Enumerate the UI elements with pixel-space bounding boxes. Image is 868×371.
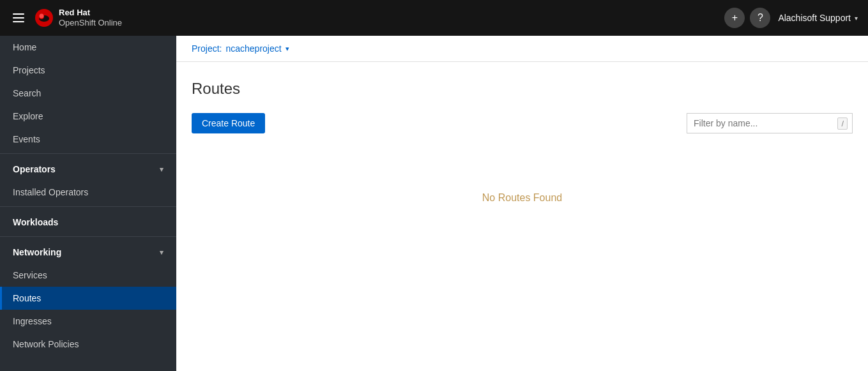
- sidebar-item-network-policies[interactable]: Network Policies: [0, 333, 176, 356]
- sidebar-section-networking[interactable]: Networking ▾: [0, 239, 176, 264]
- filter-shortcut-badge: /: [837, 117, 848, 130]
- filter-input[interactable]: [687, 113, 853, 133]
- sidebar-workloads-label: Workloads: [13, 217, 58, 227]
- page-title: Routes: [192, 80, 853, 98]
- topnav-icons: + ?: [724, 8, 770, 28]
- sidebar-divider-1: [0, 153, 176, 154]
- sidebar: Home Projects Search Explore Events Oper…: [0, 36, 176, 371]
- sidebar-search-label: Search: [13, 88, 41, 98]
- sidebar-events-label: Events: [13, 134, 40, 144]
- top-navigation: Red Hat OpenShift Online + ? Alachisoft …: [0, 0, 868, 36]
- filter-wrapper: /: [687, 113, 853, 133]
- sidebar-section-workloads[interactable]: Workloads: [0, 209, 176, 234]
- networking-chevron-icon: ▾: [160, 248, 164, 257]
- main-content: Project: ncacheproject ▾ Routes Create R…: [176, 36, 868, 371]
- project-name[interactable]: ncacheproject: [225, 43, 281, 54]
- sidebar-routes-label: Routes: [13, 293, 41, 303]
- sidebar-item-events[interactable]: Events: [0, 128, 176, 151]
- create-route-button[interactable]: Create Route: [192, 113, 265, 133]
- user-chevron-icon: ▾: [855, 15, 858, 22]
- project-prefix: Project:: [192, 43, 222, 54]
- redhat-logo-icon: [34, 8, 54, 27]
- user-label: Alachisoft Support: [778, 13, 851, 23]
- page-toolbar: Create Route /: [192, 113, 853, 133]
- hamburger-menu[interactable]: [10, 11, 27, 25]
- project-bar: Project: ncacheproject ▾: [176, 36, 868, 62]
- empty-state: No Routes Found: [192, 154, 853, 242]
- sidebar-item-search[interactable]: Search: [0, 82, 176, 105]
- sidebar-item-services[interactable]: Services: [0, 264, 176, 287]
- sidebar-item-home[interactable]: Home: [0, 36, 176, 59]
- sidebar-home-label: Home: [13, 42, 36, 52]
- svg-point-3: [40, 14, 44, 19]
- help-button[interactable]: ?: [750, 8, 770, 28]
- brand-text: Red Hat OpenShift Online: [59, 8, 122, 27]
- product-name: OpenShift Online: [59, 18, 122, 28]
- sidebar-network-policies-label: Network Policies: [13, 339, 79, 349]
- sidebar-services-label: Services: [13, 270, 47, 280]
- sidebar-networking-label: Networking: [13, 247, 61, 257]
- brand-logo: Red Hat OpenShift Online: [34, 8, 122, 27]
- brand-name: Red Hat: [59, 8, 122, 18]
- user-menu[interactable]: Alachisoft Support ▾: [778, 13, 858, 23]
- sidebar-ingresses-label: Ingresses: [13, 316, 52, 326]
- sidebar-installed-operators-label: Installed Operators: [13, 187, 88, 197]
- sidebar-item-routes[interactable]: Routes: [0, 287, 176, 310]
- sidebar-divider-2: [0, 206, 176, 207]
- sidebar-operators-label: Operators: [13, 164, 56, 174]
- main-layout: Home Projects Search Explore Events Oper…: [0, 36, 868, 371]
- add-button[interactable]: +: [724, 8, 745, 28]
- project-chevron-icon[interactable]: ▾: [286, 45, 289, 53]
- sidebar-section-operators[interactable]: Operators ▾: [0, 156, 176, 181]
- sidebar-item-explore[interactable]: Explore: [0, 105, 176, 128]
- sidebar-explore-label: Explore: [13, 111, 43, 121]
- sidebar-item-projects[interactable]: Projects: [0, 59, 176, 82]
- operators-chevron-icon: ▾: [160, 165, 164, 174]
- sidebar-item-ingresses[interactable]: Ingresses: [0, 310, 176, 333]
- page-area: Routes Create Route / No Routes Found: [176, 62, 868, 371]
- empty-state-message: No Routes Found: [482, 192, 562, 204]
- sidebar-item-installed-operators[interactable]: Installed Operators: [0, 181, 176, 204]
- sidebar-divider-3: [0, 236, 176, 237]
- sidebar-projects-label: Projects: [13, 65, 45, 75]
